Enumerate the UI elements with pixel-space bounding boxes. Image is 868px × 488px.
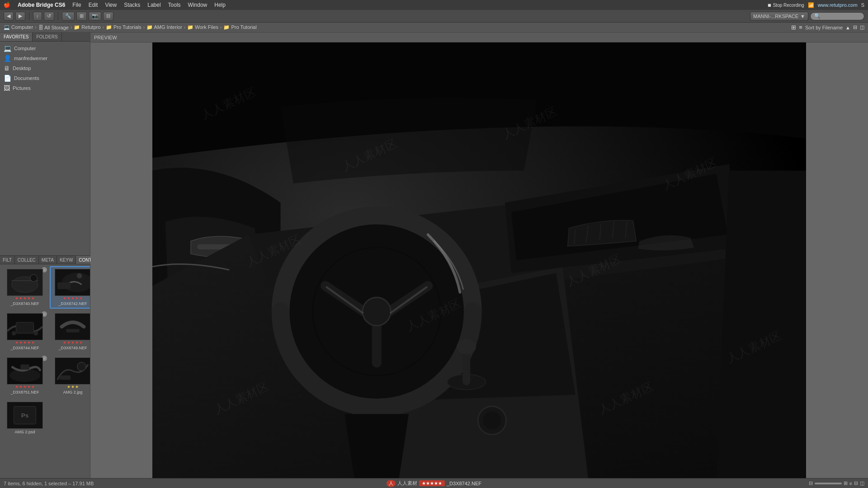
svg-point-19 [77, 362, 86, 371]
up-button[interactable]: ↑ [33, 12, 42, 21]
view-grid-icon[interactable]: ⊞ [791, 24, 796, 31]
tab-folders[interactable]: FOLDERS [33, 33, 61, 41]
menu-tools[interactable]: Tools [168, 2, 181, 8]
back-button[interactable]: ◀ [4, 12, 14, 21]
tab-collections[interactable]: COLLEC [15, 256, 39, 264]
thumb-img-d3x8740 [7, 269, 43, 296]
menu-window[interactable]: Window [188, 2, 208, 8]
breadcrumb-computer[interactable]: 💻 Computer [4, 24, 33, 30]
status-stars: ★★★★★ [419, 480, 445, 486]
stars-d3x8742: ★★★★★ [63, 296, 83, 300]
sidebar-item-pictures[interactable]: 🖼 Pictures [0, 83, 90, 93]
thumbnails-grid: ○ ★★★★★ _D3X8740.NEF ○ [0, 264, 90, 478]
view-list-icon[interactable]: ≡ [799, 24, 802, 31]
label-amg2-jpg: AMG 2.jpg [52, 390, 90, 394]
svg-point-38 [483, 412, 501, 430]
camera-button[interactable]: 📷 [89, 12, 101, 21]
sidebar-item-computer[interactable]: 💻 Computer [0, 43, 90, 53]
menu-file[interactable]: File [72, 2, 81, 8]
preview-image: 人人素材区 人人素材区 人人素材区 人人素材区 人人素材区 人人素材区 人人素材… [90, 42, 868, 478]
content-tabs: FILT COLLEC META KEYW CONTENT ≡ [0, 255, 90, 264]
url-display: www.retutpro.com [818, 2, 858, 8]
apple-icon[interactable]: 🍎 [4, 2, 10, 8]
preview-tab-label: PREVIEW [94, 35, 117, 40]
thumb-amg2-psd[interactable]: Ps AMG 2.psd [2, 399, 48, 437]
menu-view[interactable]: View [105, 2, 117, 8]
thumb-d3x8751[interactable]: ○ ★★★★★ _D3X8751.NEF [2, 355, 48, 397]
breadcrumb-work-files[interactable]: 📁 Work Files [187, 24, 218, 30]
sidebar-item-desktop[interactable]: 🖥 Desktop [0, 63, 90, 73]
thumb-d3x8742[interactable]: ○ ★★★★★ _D3X8742.NEF [50, 266, 90, 309]
toolbar: ◀ ▶ ↑ ↺ 🔧 ⊞ 📷 ⊟ MANNI-...RKSPACE ▼ 🔍 [0, 10, 868, 23]
sidebar-nav: 💻 Computer 👤 manfredwerner 🖥 Desktop 📄 D… [0, 42, 90, 255]
label-d3x8751: _D3X8751.NEF [5, 390, 45, 394]
menu-edit[interactable]: Edit [89, 2, 98, 8]
network-icon: 📶 [808, 2, 814, 8]
tab-filter[interactable]: FILT [0, 256, 15, 264]
stop-recording[interactable]: ⏹ Stop Recording [767, 3, 804, 8]
view-toggle-2[interactable]: ⊞ [844, 480, 848, 486]
breadcrumb-all-storage[interactable]: 🗄 All Storage [38, 25, 69, 30]
sidebar-item-manfredwerner[interactable]: 👤 manfredwerner [0, 53, 90, 63]
tab-metadata[interactable]: META [39, 256, 57, 264]
sort-label[interactable]: Sort by Filename [805, 25, 843, 30]
thumb-d3x8749[interactable]: ★★★★★ _D3X8749.NEF [50, 310, 90, 353]
breadcrumb-pro-tutorials[interactable]: 📁 Pro Tutorials [106, 24, 142, 30]
status-filename: _D3X8742.NEF [447, 481, 481, 486]
label-d3x8740: _D3X8740.NEF [5, 301, 45, 306]
view-toggle-5[interactable]: ◫ [860, 480, 864, 486]
search-box[interactable]: 🔍 [810, 12, 864, 20]
user-icon: 👤 [4, 55, 11, 62]
sidebar-item-label: Documents [14, 75, 39, 81]
svg-text:Ps: Ps [21, 412, 29, 419]
breadcrumb-retutpro[interactable]: 📁 Retutpro [74, 24, 100, 30]
preview-panel: PREVIEW [90, 33, 868, 478]
menu-help[interactable]: Help [214, 2, 226, 8]
grid-view-icon[interactable]: ⊟ [853, 24, 857, 30]
desktop-icon: 🖥 [4, 65, 10, 72]
computer-icon: 💻 [4, 45, 11, 52]
search-icon: 🔍 [814, 13, 821, 19]
breadcrumb-pro-tutorial[interactable]: 📁 Pro Tutorial [223, 24, 256, 30]
thumb-img-amg2-jpg [55, 357, 90, 385]
view-toggle-3[interactable]: ≡ [849, 481, 852, 486]
thumb-amg2-jpg[interactable]: ★★★ AMG 2.jpg [50, 355, 90, 397]
forward-button[interactable]: ▶ [15, 12, 25, 21]
thumb-d3x8744[interactable]: ○ ★★★★★ _D3X8744.NEF [2, 310, 48, 353]
stars-d3x8751: ★★★★★ [15, 385, 35, 389]
menu-stacks[interactable]: Stacks [124, 2, 140, 8]
workspace-selector[interactable]: MANNI-...RKSPACE ▼ [750, 12, 808, 21]
svg-point-7 [77, 273, 82, 279]
tab-keywords[interactable]: KEYW [57, 256, 76, 264]
logo-text: 人人素材 [397, 480, 417, 487]
thumb-img-d3x8744 [7, 313, 43, 340]
menu-right: ⏹ Stop Recording 📶 www.retutpro.com S [767, 2, 864, 8]
stars-amg2-jpg: ★★★ [67, 385, 79, 389]
thumb-d3x8740[interactable]: ○ ★★★★★ _D3X8740.NEF [2, 266, 48, 309]
svg-rect-14 [66, 329, 79, 333]
status-bar: 7 items, 6 hidden, 1 selected – 17.91 MB… [0, 478, 868, 488]
svg-rect-17 [20, 364, 29, 370]
view-toggle-4[interactable]: ⊟ [854, 480, 858, 486]
sort-asc-icon[interactable]: ▲ [845, 25, 850, 30]
preview-image-area[interactable]: 人人素材区 人人素材区 人人素材区 人人素材区 人人素材区 人人素材区 人人素材… [90, 42, 868, 478]
sidebar-item-documents[interactable]: 📄 Documents [0, 73, 90, 83]
panel-icons[interactable]: ◫ [860, 24, 864, 30]
label-amg2-psd: AMG 2.psd [5, 430, 45, 434]
tab-favorites[interactable]: FAVORITES [0, 33, 33, 41]
breadcrumb-amg-interior[interactable]: 📁 AMG Interior [146, 24, 182, 30]
output-button[interactable]: ⊟ [103, 12, 113, 21]
label-d3x8744: _D3X8744.NEF [5, 346, 45, 350]
thumbnail-size-slider[interactable] [815, 483, 842, 484]
view-toggle-1[interactable]: ⊟ [809, 480, 813, 486]
refresh-button[interactable]: ↺ [44, 12, 54, 21]
batch-button[interactable]: ⊞ [76, 12, 87, 21]
toolbar-separator [29, 12, 29, 20]
breadcrumb-right-controls: ⊞ ≡ Sort by Filename ▲ ⊟ ◫ [791, 24, 864, 31]
menu-label[interactable]: Label [147, 2, 160, 8]
sidebar-item-label: Pictures [13, 85, 31, 91]
tools-button[interactable]: 🔧 [62, 12, 75, 21]
breadcrumb: 💻 Computer › 🗄 All Storage › 📁 Retutpro … [0, 23, 868, 33]
svg-point-3 [30, 274, 38, 282]
preview-tab: PREVIEW [90, 33, 868, 42]
